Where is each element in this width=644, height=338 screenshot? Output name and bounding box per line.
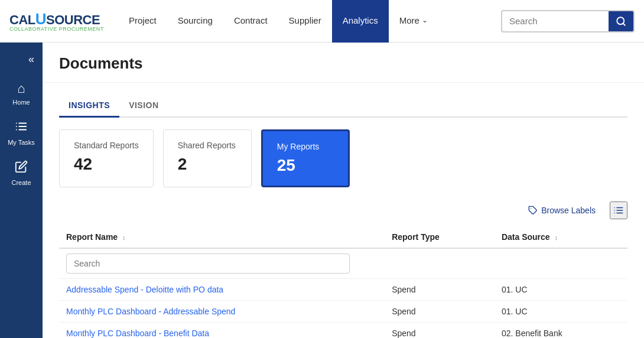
sidebar-item-create[interactable]: Create [0, 153, 43, 193]
nav-more[interactable]: More ⌄ [389, 0, 438, 43]
col-data-source[interactable]: Data Source ↕ [495, 226, 627, 248]
report-card-standard[interactable]: Standard Reports 42 [59, 129, 154, 187]
report-type-cell-1: Spend [385, 279, 495, 301]
report-name-cell-3: Monthly PLC Dashboard - Benefit Data [59, 323, 385, 339]
create-icon [15, 160, 28, 177]
sidebar-my-tasks-label: My Tasks [8, 139, 35, 146]
tab-insights[interactable]: INSIGHTS [59, 95, 119, 118]
svg-line-1 [623, 23, 625, 25]
report-link-1[interactable]: Addressable Spend - Deloitte with PO dat… [66, 285, 223, 294]
nav-contract[interactable]: Contract [223, 0, 278, 43]
table-search-row [59, 248, 627, 279]
tag-icon [528, 206, 538, 215]
nav-sourcing[interactable]: Sourcing [167, 0, 223, 43]
standard-reports-title: Standard Reports [74, 141, 139, 150]
col-report-type: Report Type [385, 226, 495, 248]
logo-source: SOURCE [46, 12, 100, 27]
sidebar-item-home[interactable]: ⌂ Home [0, 74, 43, 113]
my-reports-count: 25 [277, 156, 334, 175]
table-header-row: Report Name ↕ Report Type Data Source ↕ [59, 226, 627, 248]
report-link-3[interactable]: Monthly PLC Dashboard - Benefit Data [66, 329, 209, 338]
shared-reports-count: 2 [178, 155, 237, 174]
report-card-shared[interactable]: Shared Reports 2 [163, 129, 252, 187]
sort-icon-report-name: ↕ [122, 234, 126, 241]
data-source-cell-3: 02. Benefit Bank [495, 323, 627, 339]
columns-icon [613, 205, 624, 216]
logo-u: U [35, 10, 46, 28]
logo[interactable]: CALUSOURCE Collaborative Procurement [9, 10, 104, 32]
table-menu-button[interactable] [610, 202, 627, 219]
nav-analytics[interactable]: Analytics [332, 0, 389, 43]
search-icon [616, 16, 626, 27]
logo-subtitle: Collaborative Procurement [9, 26, 104, 32]
data-source-cell-2: 01. UC [495, 301, 627, 323]
nav-links: Project Sourcing Contract Supplier Analy… [118, 0, 501, 43]
search-cell [59, 248, 385, 279]
col-report-name[interactable]: Report Name ↕ [59, 226, 385, 248]
shared-reports-title: Shared Reports [178, 141, 237, 150]
main-layout: « ⌂ Home My Tasks Create [0, 43, 644, 338]
page-title: Documents [43, 43, 644, 83]
data-source-cell-1: 01. UC [495, 279, 627, 301]
more-chevron-icon: ⌄ [422, 16, 428, 24]
sort-icon-data-source: ↕ [555, 234, 558, 241]
report-cards: Standard Reports 42 Shared Reports 2 My … [59, 129, 627, 187]
tabs: INSIGHTS VISION [59, 95, 627, 118]
sidebar: « ⌂ Home My Tasks Create [0, 43, 43, 338]
sidebar-create-label: Create [11, 179, 31, 186]
search-input[interactable] [502, 11, 609, 31]
home-icon: ⌂ [17, 81, 25, 96]
browse-labels-button[interactable]: Browse Labels [523, 203, 600, 217]
search-area [501, 10, 635, 32]
report-card-my-reports[interactable]: My Reports 25 [261, 129, 350, 187]
report-name-cell-2: Monthly PLC Dashboard - Addressable Spen… [59, 301, 385, 323]
nav-supplier[interactable]: Supplier [278, 0, 332, 43]
report-type-cell-3: Spend [385, 323, 495, 339]
report-type-cell-2: Spend [385, 301, 495, 323]
inner-content: INSIGHTS VISION Standard Reports 42 Shar… [43, 83, 644, 338]
table-row: Monthly PLC Dashboard - Benefit Data Spe… [59, 323, 627, 339]
logo-cal: CAL [9, 12, 35, 27]
search-button[interactable] [609, 11, 633, 31]
content-area: Documents INSIGHTS VISION Standard Repor… [43, 43, 644, 338]
tasks-icon [15, 120, 28, 136]
table-row: Monthly PLC Dashboard - Addressable Spen… [59, 301, 627, 323]
sidebar-home-label: Home [12, 99, 30, 106]
top-navigation: CALUSOURCE Collaborative Procurement Pro… [0, 0, 644, 43]
standard-reports-count: 42 [74, 155, 139, 174]
table-search-input[interactable] [66, 254, 350, 274]
sidebar-item-my-tasks[interactable]: My Tasks [0, 113, 43, 153]
tab-vision[interactable]: VISION [119, 95, 168, 118]
table-row: Addressable Spend - Deloitte with PO dat… [59, 279, 627, 301]
report-table: Report Name ↕ Report Type Data Source ↕ [59, 226, 627, 338]
my-reports-title: My Reports [277, 142, 334, 151]
nav-project[interactable]: Project [118, 0, 167, 43]
report-name-cell-1: Addressable Spend - Deloitte with PO dat… [59, 279, 385, 301]
sidebar-collapse-button[interactable]: « [22, 47, 40, 72]
report-link-2[interactable]: Monthly PLC Dashboard - Addressable Spen… [66, 307, 235, 316]
toolbar-row: Browse Labels [59, 202, 627, 219]
